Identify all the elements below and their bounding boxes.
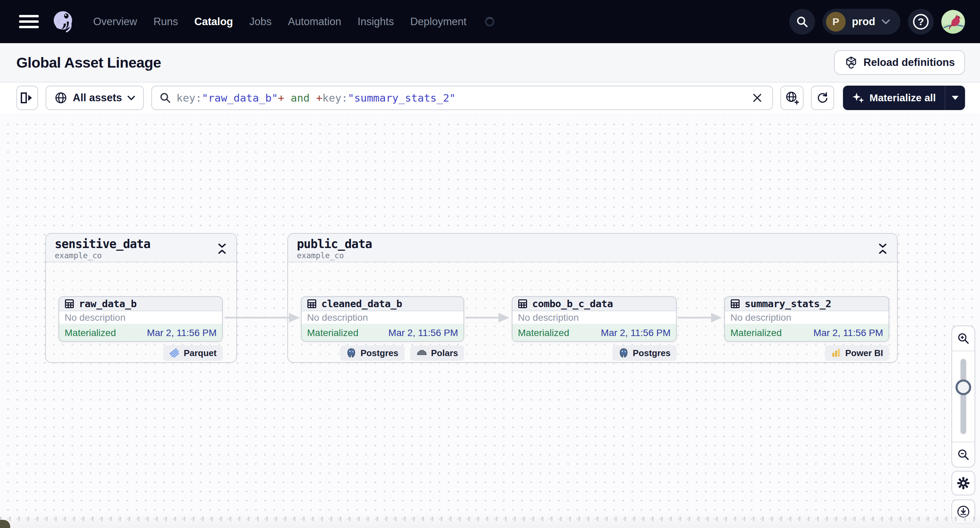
asset-node-raw-data-b[interactable]: raw_data_b No description Materialized M… <box>59 296 223 342</box>
asset-node-header: combo_b_c_data <box>512 297 676 311</box>
close-icon <box>752 93 762 103</box>
zoom-slider-track[interactable] <box>961 359 966 434</box>
asset-name: cleaned_data_b <box>321 298 402 309</box>
asset-node-header: raw_data_b <box>59 297 222 311</box>
asset-name: summary_stats_2 <box>745 298 831 309</box>
kind-tag-parquet[interactable]: Parquet <box>163 345 223 361</box>
collapse-group-button[interactable] <box>876 241 889 256</box>
status-badge: Materialized <box>730 328 782 338</box>
asset-selection-input[interactable]: key:"raw_data_b"+ and +key:"summary_stat… <box>151 86 773 110</box>
refresh-icon <box>816 91 829 105</box>
asset-description: No description <box>512 311 676 324</box>
kind-tag-polars[interactable]: Polars <box>410 345 465 361</box>
materialize-all-label: Materialize all <box>870 92 936 104</box>
materialization-timestamp: Mar 2, 11:56 PM <box>813 328 883 338</box>
graph-settings-button[interactable] <box>951 471 975 495</box>
user-avatar[interactable] <box>941 10 965 33</box>
clear-query-button[interactable] <box>750 90 765 105</box>
materialize-all-button[interactable]: Materialize all <box>843 86 945 110</box>
bird-avatar-image <box>941 10 965 33</box>
tag-label: Polars <box>431 348 458 358</box>
nav-item-deployment[interactable]: Deployment <box>410 16 466 28</box>
zoom-slider-handle[interactable] <box>956 379 971 395</box>
status-badge: Materialized <box>65 328 116 338</box>
asset-tags-combo-b-c-data: Postgres <box>512 345 677 361</box>
materialization-timestamp: Mar 2, 11:56 PM <box>388 328 458 338</box>
nav-item-overview[interactable]: Overview <box>93 16 137 28</box>
materialize-split-button: Materialize all <box>843 86 965 110</box>
menu-icon[interactable] <box>19 14 39 30</box>
open-left-panel-button[interactable] <box>16 86 38 110</box>
asset-node-combo-b-c-data[interactable]: combo_b_c_data No description Materializ… <box>512 296 677 342</box>
asset-name: raw_data_b <box>79 298 137 309</box>
asset-scope-dropdown[interactable]: All assets <box>46 86 144 110</box>
search-button[interactable] <box>789 9 815 35</box>
materialization-timestamp: Mar 2, 11:56 PM <box>601 328 671 338</box>
nav-item-automation[interactable]: Automation <box>288 16 341 28</box>
zoom-controls <box>951 325 975 468</box>
asset-tags-raw-data-b: Parquet <box>59 345 223 361</box>
group-title: sensitive_data <box>55 237 228 251</box>
zoom-slider <box>952 350 975 442</box>
tag-label: Postgres <box>360 348 398 358</box>
collapse-icon <box>878 243 887 254</box>
tag-label: Power BI <box>845 348 883 358</box>
tag-label: Parquet <box>184 348 216 358</box>
group-title: public_data <box>297 237 888 251</box>
new-asset-selection-button[interactable] <box>780 86 803 110</box>
refresh-button[interactable] <box>811 86 834 110</box>
kind-tag-postgres[interactable]: Postgres <box>612 345 677 361</box>
asset-description: No description <box>725 311 889 324</box>
asset-node-cleaned-data-b[interactable]: cleaned_data_b No description Materializ… <box>301 296 464 342</box>
nav-item-jobs[interactable]: Jobs <box>249 16 271 28</box>
nav-item-catalog[interactable]: Catalog <box>194 16 233 28</box>
status-badge: Materialized <box>307 328 358 338</box>
help-button[interactable]: ? <box>908 9 934 35</box>
lineage-canvas[interactable]: sensitive_data example_co public_data ex… <box>0 113 980 528</box>
sparkles-icon <box>852 91 865 104</box>
search-icon <box>159 92 171 104</box>
asset-scope-label: All assets <box>73 92 122 104</box>
asset-status-row: Materialized Mar 2, 11:56 PM <box>59 324 222 342</box>
deployment-switcher[interactable]: P prod <box>822 9 900 35</box>
nav-item-runs[interactable]: Runs <box>153 16 178 28</box>
table-icon <box>307 299 317 309</box>
globe-plus-icon <box>785 91 799 105</box>
asset-node-summary-stats-2[interactable]: summary_stats_2 No description Materiali… <box>724 296 889 342</box>
tag-label: Postgres <box>633 348 671 358</box>
page-header: Global Asset Lineage Reload definitions <box>0 43 980 82</box>
question-icon: ? <box>913 14 929 30</box>
reload-definitions-label: Reload definitions <box>863 56 955 69</box>
table-icon <box>518 299 527 309</box>
asset-tags-cleaned-data-b: Postgres Polars <box>301 345 464 361</box>
loading-spinner-icon <box>485 17 495 27</box>
search-icon <box>796 16 808 28</box>
table-icon <box>730 299 740 309</box>
canvas-bottom-fade <box>0 512 980 528</box>
materialize-options-button[interactable] <box>945 86 965 110</box>
asset-name: combo_b_c_data <box>532 298 613 309</box>
parquet-icon <box>169 348 180 358</box>
asset-status-row: Materialized Mar 2, 11:56 PM <box>725 324 889 342</box>
asset-status-row: Materialized Mar 2, 11:56 PM <box>512 324 676 342</box>
zoom-in-icon <box>957 332 970 345</box>
reload-definitions-button[interactable]: Reload definitions <box>834 50 965 75</box>
collapse-icon <box>218 243 226 254</box>
group-header: sensitive_data example_co <box>46 234 236 262</box>
kind-tag-postgres[interactable]: Postgres <box>340 345 404 361</box>
collapse-group-button[interactable] <box>215 241 229 256</box>
asset-node-header: cleaned_data_b <box>302 297 463 311</box>
primary-nav: Overview Runs Catalog Jobs Automation In… <box>93 16 495 28</box>
caret-down-icon <box>951 95 959 101</box>
nav-item-insights[interactable]: Insights <box>358 16 394 28</box>
zoom-in-button[interactable] <box>952 326 975 350</box>
globe-icon <box>54 91 67 104</box>
asset-description: No description <box>59 311 222 324</box>
deployment-avatar: P <box>826 12 846 32</box>
postgres-icon <box>619 348 629 358</box>
dagster-logo-icon[interactable] <box>51 10 75 33</box>
zoom-out-icon <box>957 448 970 461</box>
kind-tag-powerbi[interactable]: Power BI <box>825 345 889 361</box>
zoom-out-button[interactable] <box>952 442 975 467</box>
chevron-down-icon <box>881 19 890 25</box>
